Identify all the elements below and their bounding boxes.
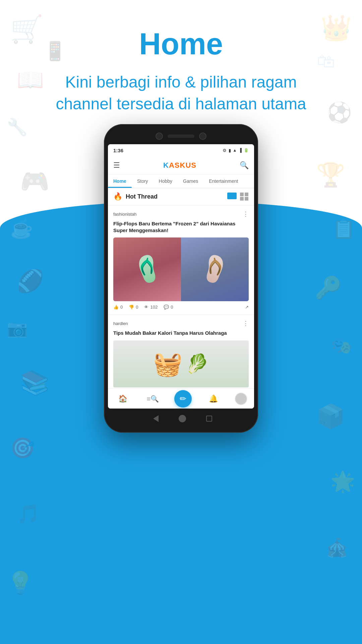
grid-sq-1	[240, 193, 244, 196]
grid-view-icon[interactable]	[240, 193, 249, 201]
phone-camera-area	[156, 132, 206, 140]
upvote-stat: 👍 0	[113, 305, 123, 310]
thread-title-1: Flip-Flops Baru Bertema "Frozen 2" dari …	[113, 220, 249, 233]
hot-thread-header: 🔥 Hot Thread	[108, 188, 254, 205]
recent-button[interactable]	[206, 416, 212, 422]
back-button[interactable]	[150, 415, 159, 422]
phone-speaker	[168, 135, 194, 138]
page-subtitle: Kini berbagi info & pilihan ragam channe…	[27, 71, 335, 115]
gear-icon: ⚙	[223, 148, 227, 153]
front-camera	[156, 132, 163, 140]
downvote-count: 0	[136, 305, 138, 310]
replies-icon: 💬	[164, 305, 169, 310]
page-title: Home	[27, 27, 335, 61]
tab-entertainment[interactable]: Entertainment	[203, 174, 243, 188]
tab-story[interactable]: Story	[132, 174, 154, 188]
phone-top-bar	[108, 128, 254, 144]
nav-search-list[interactable]: ≡🔍	[144, 390, 161, 407]
logo-rest: ASKUS	[169, 161, 196, 169]
fire-icon: 🔥	[113, 192, 122, 201]
share-stat[interactable]: ↗	[245, 305, 249, 310]
thread-author-row-1: fashionistah ⋮	[113, 210, 249, 218]
thread-author-row-2: hardlen ⋮	[113, 320, 249, 327]
nav-tabs: Home Story Hobby Games Entertainment	[108, 174, 254, 188]
tab-home[interactable]: Home	[108, 174, 132, 188]
nav-profile-avatar[interactable]	[235, 392, 247, 405]
views-stat: 👁 102	[144, 305, 158, 310]
thread-author-1: fashionistah	[113, 212, 136, 217]
phone-screen: 1:36 ⚙ ▮ ▲ ▐ 🔋 ☰ KASKUS 🔍	[108, 144, 254, 409]
views-icon: 👁	[144, 305, 148, 310]
status-time: 1:36	[113, 148, 123, 153]
upvote-icon: 👍	[113, 305, 119, 310]
thread-image-1: 🩴 🩴	[113, 237, 249, 301]
thread-img-left: 🩴	[113, 237, 181, 301]
header-section: Home Kini berbagi info & pilihan ragam c…	[0, 27, 362, 115]
logo-k: K	[163, 161, 169, 169]
kaskus-logo: KASKUS	[163, 161, 196, 170]
thread-image-2: 🧺 🥬	[113, 340, 249, 387]
upvote-count: 0	[120, 305, 123, 310]
thread-card-2[interactable]: hardlen ⋮ Tips Mudah Bakar Kalori Tanpa …	[108, 315, 254, 388]
home-button[interactable]	[179, 415, 186, 422]
thread-card-1[interactable]: fashionistah ⋮ Flip-Flops Baru Bertema "…	[108, 206, 254, 314]
nav-bell[interactable]: 🔔	[205, 390, 222, 407]
downvote-stat: 👎 0	[129, 305, 138, 310]
signal-icon: ▐	[239, 148, 242, 153]
front-sensor	[199, 132, 206, 140]
share-icon[interactable]: ↗	[245, 305, 249, 310]
phone-mockup: 1:36 ⚙ ▮ ▲ ▐ 🔋 ☰ KASKUS 🔍	[104, 124, 258, 446]
nav-home[interactable]: 🏠	[115, 390, 131, 407]
thread-title-2: Tips Mudah Bakar Kalori Tanpa Harus Olah…	[113, 330, 249, 336]
phone-outer: 1:36 ⚙ ▮ ▲ ▐ 🔋 ☰ KASKUS 🔍	[104, 124, 258, 433]
status-bar: 1:36 ⚙ ▮ ▲ ▐ 🔋	[108, 144, 254, 156]
subtitle-line1: Kini berbagi info & pilihan ragam	[65, 73, 297, 91]
search-icon[interactable]: 🔍	[240, 161, 249, 170]
grid-sq-2	[245, 193, 248, 196]
phone-bottom-bar	[108, 409, 254, 429]
view-icons	[227, 193, 249, 201]
downvote-icon: 👎	[129, 305, 134, 310]
hot-thread-title: Hot Thread	[126, 193, 158, 200]
menu-icon[interactable]: ☰	[113, 161, 120, 170]
bottom-nav: 🏠 ≡🔍 ✏ 🔔	[108, 388, 254, 409]
list-view-icon[interactable]	[227, 193, 237, 199]
thread-img-right: 🩴	[181, 237, 249, 301]
more-icon-1[interactable]: ⋮	[243, 210, 249, 218]
grid-sq-3	[240, 197, 244, 201]
subtitle-line2: channel tersedia di halaman utama	[56, 95, 306, 113]
grid-sq-4	[245, 197, 248, 201]
replies-count: 0	[171, 305, 173, 310]
screen-inner: 1:36 ⚙ ▮ ▲ ▐ 🔋 ☰ KASKUS 🔍	[108, 144, 254, 409]
nav-compose-fab[interactable]: ✏	[174, 390, 192, 408]
views-count: 102	[150, 305, 158, 310]
status-icons: ⚙ ▮ ▲ ▐ 🔋	[223, 148, 249, 153]
thread-stats-1: 👍 0 👎 0 👁 102	[113, 305, 249, 310]
replies-stat: 💬 0	[164, 305, 173, 310]
battery-level-icon: 🔋	[244, 148, 249, 153]
more-icon-2[interactable]: ⋮	[243, 320, 249, 327]
tab-games[interactable]: Games	[178, 174, 203, 188]
hot-thread-left: 🔥 Hot Thread	[113, 192, 158, 201]
thread-author-2: hardlen	[113, 321, 128, 326]
wifi-icon: ▲	[233, 148, 237, 153]
battery-icon: ▮	[229, 148, 231, 153]
tab-hobby[interactable]: Hobby	[154, 174, 178, 188]
content-scroll-area[interactable]: 🔥 Hot Thread	[108, 188, 254, 388]
app-header: ☰ KASKUS 🔍	[108, 156, 254, 174]
